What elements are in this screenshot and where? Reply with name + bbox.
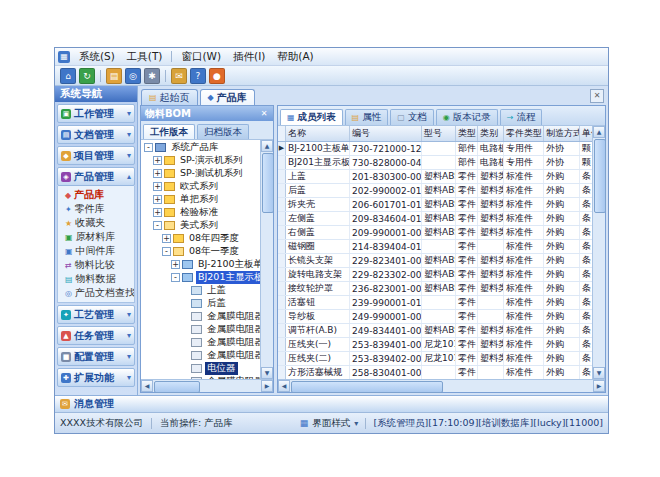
mail-icon[interactable]: ✉ <box>171 68 187 84</box>
scroll-left-icon[interactable]: ◀ <box>141 380 153 392</box>
menu-item-4[interactable]: 帮助(A) <box>271 49 319 65</box>
folder-icon[interactable]: ▤ <box>106 68 122 84</box>
sidebar-section-7[interactable]: ✚扩展功能▾ <box>57 368 135 387</box>
close-icon[interactable]: ✕ <box>590 89 604 103</box>
expand-icon[interactable]: + <box>153 169 162 178</box>
tree-node[interactable]: -08年一季度 <box>141 245 260 258</box>
refresh-icon[interactable]: ↻ <box>79 68 95 84</box>
member-tab-0[interactable]: ▦成员列表 <box>280 109 343 125</box>
sidebar-section-1[interactable]: ▤文档管理▾ <box>57 125 135 144</box>
tree-node[interactable]: +检验标准 <box>141 206 260 219</box>
tree-node[interactable]: -BJ201主显示板 <box>141 271 260 284</box>
menu-item-2[interactable]: 窗口(W) <box>175 49 227 65</box>
scroll-left-icon[interactable]: ◀ <box>278 380 290 392</box>
member-tab-4[interactable]: →流程 <box>500 109 543 125</box>
sidebar-item-3[interactable]: ▣原材料库 <box>58 230 134 244</box>
member-tab-3[interactable]: ◉版本记录 <box>436 109 498 125</box>
grid-hscroll-thumb[interactable] <box>291 381 443 393</box>
sidebar-item-0[interactable]: ◆产品库 <box>58 188 134 202</box>
bom-tab-1[interactable]: 归档版本 <box>197 124 249 139</box>
tree-horizontal-scrollbar[interactable]: ◀ ▶ <box>141 379 273 392</box>
tree-scroll-thumb[interactable] <box>262 153 274 213</box>
home-icon[interactable]: ⌂ <box>60 68 76 84</box>
table-row[interactable]: ▶BJ-2100主板单点730-721000-12E部件电路板专用件外协颗 <box>278 142 592 156</box>
sidebar-item-1[interactable]: ✦零件库 <box>58 202 134 216</box>
table-row[interactable]: 长镜头支架229-823401-00E塑料ABS零件塑料类标准件外购条 <box>278 254 592 268</box>
grid-scroll-thumb[interactable] <box>594 139 606 213</box>
tree-hscroll-thumb[interactable] <box>154 381 200 393</box>
expand-icon[interactable]: + <box>153 156 162 165</box>
sidebar-section-4[interactable]: ✦工艺管理▾ <box>57 305 135 324</box>
table-row[interactable]: 导纱板249-990001-00E零件标准件外购条 <box>278 310 592 324</box>
table-row[interactable]: 拆夹壳206-601701-01E塑料ABS零件塑料类标准件外购条 <box>278 198 592 212</box>
menu-item-0[interactable]: 系统(S) <box>73 49 121 65</box>
collapse-icon[interactable]: - <box>162 247 171 256</box>
tree-node[interactable]: 后盖 <box>141 297 260 310</box>
sidebar-item-7[interactable]: ◎产品文档查找 <box>58 286 134 300</box>
table-row[interactable]: 磁钢圈214-839404-01E零件标准件外购条 <box>278 240 592 254</box>
chevron-down-icon[interactable]: ▾ <box>354 419 358 428</box>
table-row[interactable]: BJ201主显示板730-828000-04E部件电路板专用件外协颗 <box>278 156 592 170</box>
search-icon[interactable]: ◎ <box>125 68 141 84</box>
expand-icon[interactable]: + <box>153 195 162 204</box>
expand-icon[interactable]: + <box>153 208 162 217</box>
tree-node[interactable]: 金属膜电阻器 <box>141 323 260 336</box>
column-header[interactable]: 零件类型 <box>504 126 544 141</box>
sidebar-section-3[interactable]: ◈产品管理▴ <box>57 167 135 186</box>
tree-node[interactable]: 金属膜电阻器 <box>141 310 260 323</box>
column-header[interactable]: 编号 <box>350 126 422 141</box>
sidebar-section-5[interactable]: ▲任务管理▾ <box>57 326 135 345</box>
tree-node[interactable]: -系统产品库 <box>141 141 260 154</box>
member-tab-2[interactable]: ▢文档 <box>390 109 434 125</box>
sidebar-section-6[interactable]: ■配置管理▾ <box>57 347 135 366</box>
collapse-icon[interactable]: - <box>171 273 180 282</box>
sidebar-section-2[interactable]: ◆项目管理▾ <box>57 146 135 165</box>
tab-1[interactable]: ◆产品库 <box>200 89 255 105</box>
message-manager-bar[interactable]: ✉ 消息管理 <box>55 395 608 412</box>
tree-node[interactable]: 上盖 <box>141 284 260 297</box>
column-header[interactable]: 型号 <box>422 126 456 141</box>
collapse-icon[interactable]: - <box>153 221 162 230</box>
ui-style-selector[interactable]: 界面样式 <box>312 417 350 430</box>
table-row[interactable]: 上盖201-830300-00E塑料ABS零件塑料类标准件外购条 <box>278 170 592 184</box>
column-header[interactable]: 单位 <box>580 126 592 141</box>
expand-icon[interactable]: + <box>162 234 171 243</box>
grid-horizontal-scrollbar[interactable]: ◀ ▶ <box>278 379 605 392</box>
table-row[interactable]: 左侧盖209-834604-01E塑料ABS零件塑料类标准件外购条 <box>278 212 592 226</box>
table-row[interactable]: 压线夹(二)253-839402-00E尼龙1010零件塑料类标准件外购条 <box>278 352 592 366</box>
bom-tab-0[interactable]: 工作版本 <box>143 124 195 139</box>
tree-node[interactable]: +SP-测试机系列 <box>141 167 260 180</box>
table-row[interactable]: 活塞钮239-990001-01E零件标准件外购条 <box>278 296 592 310</box>
settings-icon[interactable]: ✱ <box>144 68 160 84</box>
menu-item-3[interactable]: 插件(I) <box>227 49 271 65</box>
tree-node[interactable]: +08年四季度 <box>141 232 260 245</box>
scroll-up-icon[interactable]: ▲ <box>593 126 605 138</box>
column-header[interactable]: 类型 <box>456 126 478 141</box>
close-icon[interactable]: ✕ <box>259 109 269 118</box>
tab-0[interactable]: ▤起始页 <box>141 89 198 105</box>
scroll-up-icon[interactable]: ▲ <box>261 140 273 152</box>
table-row[interactable]: 后盖202-990002-01E塑料ABS零件塑料类标准件外购条 <box>278 184 592 198</box>
tree-node[interactable]: 电位器 <box>141 362 260 375</box>
help-icon[interactable]: ? <box>190 68 206 84</box>
menu-item-1[interactable]: 工具(T) <box>121 49 169 65</box>
table-row[interactable]: 压线夹(一)253-839401-00E尼龙1010零件塑料类标准件外购条 <box>278 338 592 352</box>
exit-icon[interactable]: ● <box>209 68 225 84</box>
grid-vertical-scrollbar[interactable]: ▲ ▼ <box>592 126 605 379</box>
table-row[interactable]: 旋转电路支架229-823302-00E塑料ABS零件塑料类标准件外购条 <box>278 268 592 282</box>
tree-node[interactable]: 金属膜电阻器 <box>141 349 260 362</box>
scroll-right-icon[interactable]: ▶ <box>261 380 273 392</box>
tree-node[interactable]: +BJ-2100主板单点 <box>141 258 260 271</box>
sidebar-section-0[interactable]: ▣工作管理▾ <box>57 104 135 123</box>
expand-icon[interactable]: + <box>171 260 180 269</box>
sidebar-item-2[interactable]: ★收藏夹 <box>58 216 134 230</box>
table-row[interactable]: 调节杆(A.B)249-834401-00E塑料ABS零件塑料类标准件外购条 <box>278 324 592 338</box>
expand-icon[interactable]: + <box>153 182 162 191</box>
sidebar-item-4[interactable]: ▣中间件库 <box>58 244 134 258</box>
scroll-right-icon[interactable]: ▶ <box>593 380 605 392</box>
tree-node[interactable]: +欧式系列 <box>141 180 260 193</box>
tree-node[interactable]: +SP-演示机系列 <box>141 154 260 167</box>
column-header[interactable]: 名称 <box>286 126 350 141</box>
scroll-down-icon[interactable]: ▼ <box>261 367 273 379</box>
scroll-down-icon[interactable]: ▼ <box>593 367 605 379</box>
